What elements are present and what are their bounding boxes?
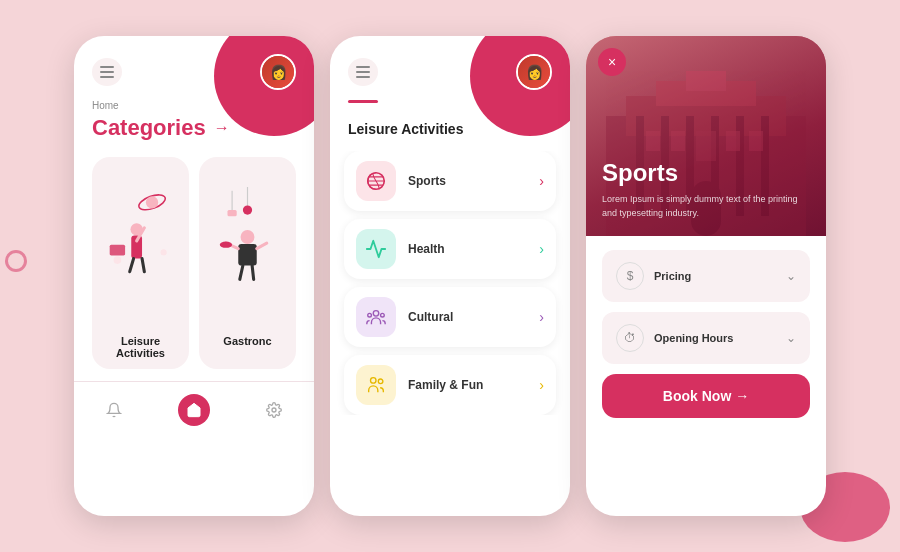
opening-hours-chevron-icon: ⌄: [786, 331, 796, 345]
card-illustration-leisure: [102, 167, 179, 327]
cultural-chevron: ›: [539, 309, 544, 325]
card-gastronomy[interactable]: Gastronc: [199, 157, 296, 369]
activity-sports[interactable]: Sports ›: [344, 151, 556, 211]
card-leisure[interactable]: Leisure Activities: [92, 157, 189, 369]
cards-row: Leisure Activities: [74, 157, 314, 381]
details-section: $ Pricing ⌄ ⏱ Opening Hours ⌄ Book Now →: [586, 236, 826, 432]
svg-point-26: [371, 378, 377, 384]
svg-point-1: [146, 196, 158, 208]
svg-line-6: [130, 259, 134, 272]
nav-settings[interactable]: [258, 394, 290, 426]
activity-health[interactable]: Health ›: [344, 219, 556, 279]
svg-rect-13: [227, 210, 236, 216]
sports-label: Sports: [408, 174, 539, 188]
health-icon-wrap: [356, 229, 396, 269]
activity-list: Sports › Health ›: [330, 151, 570, 415]
screen-sports-detail: × Sports Lorem Ipsum is simply dummy tex…: [586, 36, 826, 516]
svg-rect-15: [238, 244, 256, 266]
family-icon-wrap: [356, 365, 396, 405]
pricing-label: Pricing: [654, 270, 786, 282]
nav-home[interactable]: [178, 394, 210, 426]
family-chevron: ›: [539, 377, 544, 393]
svg-line-19: [240, 265, 243, 279]
header-2: 👩: [330, 36, 570, 100]
pricing-icon: $: [616, 262, 644, 290]
hamburger-icon-2[interactable]: [348, 58, 378, 86]
screen-categories: 👩 Home Categories →: [74, 36, 314, 516]
svg-point-11: [243, 205, 252, 214]
svg-point-23: [373, 311, 379, 317]
bottom-nav: [74, 381, 314, 442]
svg-line-7: [142, 259, 144, 272]
close-button[interactable]: ×: [598, 48, 626, 76]
family-label: Family & Fun: [408, 378, 539, 392]
hero-title: Sports: [602, 159, 810, 187]
card-label-2: Gastronc: [209, 335, 286, 347]
card-label-1: Leisure Activities: [102, 335, 179, 359]
opening-hours-accordion[interactable]: ⏱ Opening Hours ⌄: [602, 312, 810, 364]
health-chevron: ›: [539, 241, 544, 257]
cultural-icon-wrap: [356, 297, 396, 337]
activity-family[interactable]: Family & Fun ›: [344, 355, 556, 415]
pricing-accordion[interactable]: $ Pricing ⌄: [602, 250, 810, 302]
svg-rect-38: [646, 131, 660, 151]
pricing-chevron-icon: ⌄: [786, 269, 796, 283]
opening-hours-icon: ⏱: [616, 324, 644, 352]
hero-content: Sports Lorem Ipsum is simply dummy text …: [602, 159, 810, 220]
health-label: Health: [408, 242, 539, 256]
sports-chevron: ›: [539, 173, 544, 189]
svg-point-18: [220, 242, 232, 248]
svg-rect-41: [726, 131, 740, 151]
book-now-button[interactable]: Book Now →: [602, 374, 810, 418]
hamburger-icon[interactable]: [92, 58, 122, 86]
screens-container: 👩 Home Categories →: [0, 0, 900, 552]
header-1: 👩: [74, 36, 314, 100]
svg-rect-2: [110, 245, 125, 256]
avatar-1[interactable]: 👩: [260, 54, 296, 90]
svg-rect-31: [686, 71, 726, 91]
svg-point-21: [272, 408, 276, 412]
title-arrow: →: [214, 119, 230, 137]
cultural-label: Cultural: [408, 310, 539, 324]
svg-rect-39: [671, 131, 685, 151]
hero-section: × Sports Lorem Ipsum is simply dummy tex…: [586, 36, 826, 236]
screen-leisure: 👩 Leisure Activities Sports ›: [330, 36, 570, 516]
svg-point-9: [161, 249, 167, 255]
avatar-2[interactable]: 👩: [516, 54, 552, 90]
svg-point-14: [241, 230, 255, 244]
opening-hours-label: Opening Hours: [654, 332, 786, 344]
underline-accent: [348, 100, 378, 103]
decorative-circle: [5, 250, 27, 272]
svg-rect-42: [749, 131, 763, 151]
activity-cultural[interactable]: Cultural ›: [344, 287, 556, 347]
svg-point-25: [381, 313, 385, 317]
svg-point-24: [368, 313, 372, 317]
card-illustration-gastronomy: [209, 167, 286, 327]
svg-line-17: [257, 243, 267, 248]
svg-point-8: [114, 256, 122, 264]
nav-bell[interactable]: [98, 394, 130, 426]
svg-rect-40: [696, 131, 716, 161]
page-title: Categories: [92, 115, 206, 141]
hero-description: Lorem Ipsum is simply dummy text of the …: [602, 193, 810, 220]
svg-point-27: [378, 379, 383, 384]
sports-icon-wrap: [356, 161, 396, 201]
svg-line-20: [252, 265, 254, 279]
